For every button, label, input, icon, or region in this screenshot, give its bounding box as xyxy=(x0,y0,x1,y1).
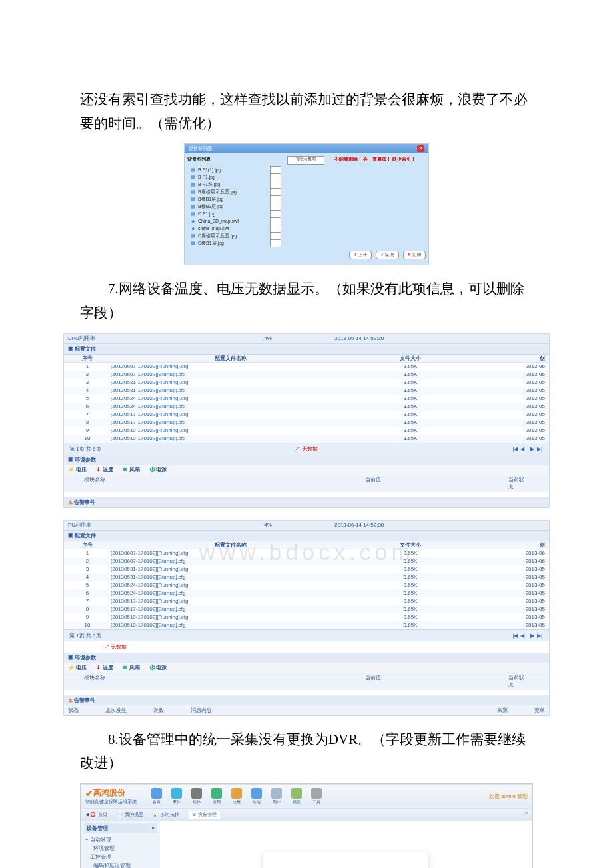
pager-nav[interactable]: |◀◀ ▶▶| xyxy=(511,446,544,452)
tab-fan[interactable]: ❋ 风扇 xyxy=(123,466,139,473)
tree-item[interactable]: + 自动发现 xyxy=(84,835,157,844)
table-row[interactable]: 6[20130524-170102][Startup].cfg3.65K2013… xyxy=(64,403,549,411)
fan-icon: ❋ xyxy=(123,665,127,671)
table-row[interactable]: 2[20130607-170102][Startup].cfg3.65K2013… xyxy=(64,371,549,379)
alarm-title: 告警事件 xyxy=(74,499,95,505)
collapse-icon[interactable]: « xyxy=(525,811,528,819)
menu-item[interactable]: 决策 xyxy=(231,788,242,805)
cpu-label: PU利用率 xyxy=(64,521,201,529)
stat-value: 当前值 xyxy=(257,475,488,492)
check-icon: ✔ xyxy=(85,788,93,799)
power-icon: ⏻ xyxy=(149,665,155,671)
menu-item[interactable]: 工具 xyxy=(311,788,322,805)
menu-item[interactable]: 报表 xyxy=(291,788,302,805)
tree-item[interactable]: 编码和延迟管理 xyxy=(84,861,157,868)
table-row[interactable]: 5[20130524-170102][Running].cfg3.65K2013… xyxy=(64,581,549,589)
table-row[interactable]: 7[20130517-170102][Running].cfg3.65K2013… xyxy=(64,597,549,605)
stat-state: 当前状态 xyxy=(488,673,549,690)
cpu-time: 2013-06-14 14:52:30 xyxy=(334,522,384,528)
table-row[interactable]: 9[20130510-170102][Running].cfg3.65K2013… xyxy=(64,427,549,435)
welcome-card: ✔高鸿股份 智能化信息保障运维系统 xyxy=(263,852,428,868)
tab-voltage[interactable]: ⚡ 电压 xyxy=(68,664,87,671)
list-item[interactable]: C楼B1层.jpg xyxy=(198,240,270,247)
list-item[interactable]: B F1释.jpg xyxy=(198,181,270,188)
table-row[interactable]: 9[20130510-170102][Running].cfg3.65K2013… xyxy=(64,613,549,621)
bolt-icon: ⚡ xyxy=(68,467,75,473)
table-row[interactable]: 8[20130517-170102][Startup].cfg3.65K2013… xyxy=(64,419,549,427)
tab-voltage[interactable]: ⚡ 电压 xyxy=(68,466,87,473)
table-row[interactable]: 3[20130531-170102][Running].cfg3.65K2013… xyxy=(64,379,549,387)
table-row[interactable]: 4[20130531-170102][Startup].cfg3.65K2013… xyxy=(64,573,549,581)
table-row[interactable]: 5[20130524-170102][Running].cfg3.65K2013… xyxy=(64,395,549,403)
thermo-icon: 🌡 xyxy=(96,665,101,671)
col-other: 创 xyxy=(470,541,549,549)
pager-text: 第 1页 共 6页 xyxy=(69,445,101,453)
table-row[interactable]: 1[20130607-170102][Running].cfg3.65K2013… xyxy=(64,363,549,371)
env-section: ▣ 环境参数 xyxy=(64,653,549,663)
alarm-col-last: 上次发生 xyxy=(105,707,127,714)
alarm-col-count: 次数 xyxy=(153,707,164,714)
tab-myview[interactable]: 📄 我的视图 xyxy=(117,811,143,819)
menu-item[interactable]: 性能 xyxy=(251,788,262,805)
login-info: 欢迎 admin 管理 xyxy=(489,793,528,800)
table-row[interactable]: 3[20130531-170102][Running].cfg3.65K2013… xyxy=(64,565,549,573)
config-section: ▣ 配置文件 xyxy=(64,344,549,355)
list-item[interactable]: B F1.jpg xyxy=(198,175,270,179)
menu-item[interactable]: 应用 xyxy=(211,788,222,805)
table-row[interactable]: 4[20130531-170102][Startup].cfg3.65K2013… xyxy=(64,387,549,395)
list-item[interactable]: China_3D_map.swf xyxy=(198,219,270,223)
col-preview: 预览效果图 xyxy=(287,156,324,165)
brand-logo: ✔高鸿股份 xyxy=(85,787,137,799)
table-row[interactable]: 10[20130510-170102][Startup].cfg3.65K201… xyxy=(64,621,549,629)
list-item[interactable]: B楼B3层.jpg xyxy=(198,203,270,210)
power-icon: ⏻ xyxy=(149,467,155,473)
stat-value: 当前值 xyxy=(257,673,488,690)
config-panel-large: www.bdocx.com PU利用率 4% 2013-06-14 14:52:… xyxy=(63,520,550,716)
tab-home[interactable]: ◀ ⭕ 首页 xyxy=(85,811,107,819)
close-icon[interactable]: × xyxy=(417,145,424,152)
tab-temp[interactable]: 🌡 温度 xyxy=(96,466,113,473)
paragraph-7: 7.网络设备温度、电压无数据显示。（如果没有此项信息，可以删除字段） xyxy=(80,277,533,325)
image-icon: ▦ xyxy=(187,189,198,195)
menu-item[interactable]: 拓扑 xyxy=(191,788,202,805)
tab-power[interactable]: ⏻ 电源 xyxy=(149,664,167,671)
menu-item[interactable]: 用户 xyxy=(271,788,282,805)
bolt-icon: ⚡ xyxy=(68,665,75,671)
list-item[interactable]: B座楼层示意图.jpg xyxy=(198,189,270,195)
image-icon: ▦ xyxy=(187,233,198,239)
close-button[interactable]: ✖ 关 闭 xyxy=(403,251,426,259)
cpu-label: CPU利用率 xyxy=(64,335,201,342)
table-row[interactable]: 8[20130517-170102][Startup].cfg3.65K2013… xyxy=(64,605,549,613)
tab-topology[interactable]: 📊 实时拓扑 xyxy=(153,811,179,819)
table-row[interactable]: 7[20130517-170102][Running].cfg3.65K2013… xyxy=(64,411,549,419)
tree-item[interactable]: + 工控管理 xyxy=(84,853,157,861)
list-item[interactable]: B F1(1).jpg xyxy=(198,167,270,172)
upload-button[interactable]: ⬆ 上 传 xyxy=(349,251,372,259)
alarm-title: 告警事件 xyxy=(74,697,95,703)
image-icon: ▦ xyxy=(187,204,198,209)
apply-button[interactable]: ✔ 应 用 xyxy=(376,251,398,259)
list-item[interactable]: B楼B1层.jpg xyxy=(198,196,270,203)
table-row[interactable]: 2[20130607-170102][Startup].cfg3.65K2013… xyxy=(64,557,549,565)
list-item[interactable]: C F1.jpg xyxy=(198,211,270,216)
menu-item[interactable]: 事件 xyxy=(171,788,182,805)
tree-item[interactable]: 环境管理 xyxy=(84,844,157,853)
tab-fan[interactable]: ❋ 风扇 xyxy=(123,664,139,671)
table-row[interactable]: 10[20130510-170102][Startup].cfg3.65K201… xyxy=(64,435,549,443)
pager-nav[interactable]: |◀◀ ▶▶| xyxy=(511,633,544,639)
thermo-icon: 🌡 xyxy=(96,467,101,473)
sidebar: 设备管理 « + 自动发现环境管理+ 工控管理编码和延迟管理虚拟化管理+ 存储管… xyxy=(81,821,160,868)
table-row[interactable]: 1[20130607-170102][Running].cfg3.65K2013… xyxy=(64,549,549,557)
menu-item[interactable]: 首页 xyxy=(151,788,162,805)
list-item[interactable]: china_map.swf xyxy=(198,226,270,231)
top-menu: 首页事件拓扑应用决策性能用户报表工具 xyxy=(151,788,322,805)
tab-device-mgmt[interactable]: ⚙ 设备管理 xyxy=(189,811,220,819)
tab-temp[interactable]: 🌡 温度 xyxy=(96,664,113,671)
list-item[interactable]: C座楼层示意图.jpg xyxy=(198,233,270,239)
stat-state: 当前状态 xyxy=(488,475,549,492)
sidebar-title: 设备管理 « xyxy=(84,823,157,833)
tab-power[interactable]: ⏻ 电源 xyxy=(149,466,167,473)
table-row[interactable]: 6[20130524-170102][Startup].cfg3.65K2013… xyxy=(64,589,549,597)
paragraph-8: 8.设备管理中的统一采集没有更换为DVR。（字段更新工作需要继续改进） xyxy=(80,728,533,775)
item-action[interactable] xyxy=(270,239,281,247)
